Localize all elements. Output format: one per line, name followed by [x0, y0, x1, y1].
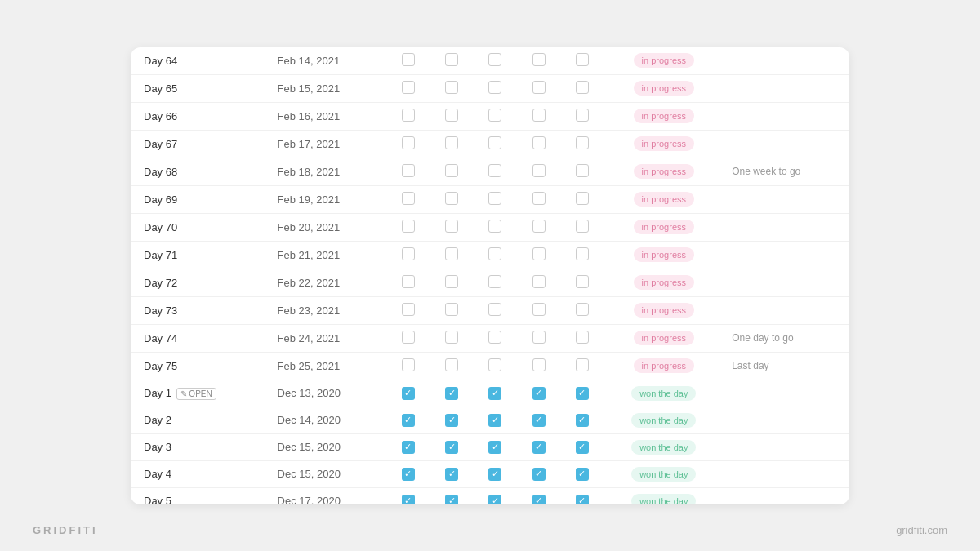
checkbox-empty[interactable] — [402, 53, 415, 66]
checkbox-cell-1[interactable] — [430, 213, 474, 241]
checkbox-cell-2[interactable] — [474, 102, 517, 130]
checkbox-empty[interactable] — [488, 136, 501, 149]
checkbox-empty[interactable] — [488, 358, 501, 371]
checkbox-cell-3[interactable]: ✓ — [517, 380, 560, 407]
checkbox-cell-4[interactable] — [560, 213, 604, 241]
checkbox-empty[interactable] — [488, 303, 501, 316]
checkbox-empty[interactable] — [488, 331, 501, 344]
checkbox-cell-3[interactable]: ✓ — [517, 460, 560, 487]
checkbox-empty[interactable] — [576, 81, 589, 94]
checkbox-empty[interactable] — [576, 275, 589, 288]
checkbox-empty[interactable] — [532, 192, 546, 205]
checkbox-cell-2[interactable]: ✓ — [474, 460, 517, 487]
checkbox-cell-2[interactable] — [474, 324, 517, 352]
checkbox-cell-1[interactable] — [430, 296, 474, 324]
checkbox-empty[interactable] — [402, 192, 415, 205]
checkbox-empty[interactable] — [445, 192, 458, 205]
checkbox-empty[interactable] — [488, 275, 501, 288]
checkbox-empty[interactable] — [402, 331, 415, 344]
checkbox-empty[interactable] — [532, 358, 546, 371]
checkbox-checked[interactable]: ✓ — [488, 441, 501, 454]
checkbox-empty[interactable] — [402, 247, 415, 260]
checkbox-checked[interactable]: ✓ — [488, 387, 501, 400]
checkbox-checked[interactable]: ✓ — [445, 495, 458, 504]
checkbox-cell-2[interactable] — [474, 47, 517, 75]
checkbox-cell-0[interactable]: ✓ — [386, 487, 430, 504]
checkbox-empty[interactable] — [488, 164, 501, 177]
checkbox-cell-4[interactable] — [560, 74, 604, 102]
checkbox-checked[interactable]: ✓ — [576, 414, 589, 427]
checkbox-empty[interactable] — [532, 53, 546, 66]
checkbox-cell-1[interactable] — [430, 324, 474, 352]
checkbox-empty[interactable] — [445, 109, 458, 122]
checkbox-checked[interactable]: ✓ — [445, 468, 458, 481]
checkbox-empty[interactable] — [402, 136, 415, 149]
checkbox-cell-1[interactable] — [430, 47, 474, 75]
checkbox-cell-2[interactable] — [474, 269, 517, 296]
checkbox-cell-4[interactable] — [560, 296, 604, 324]
checkbox-cell-1[interactable] — [430, 158, 474, 185]
checkbox-cell-0[interactable] — [386, 324, 430, 352]
checkbox-checked[interactable]: ✓ — [532, 441, 546, 454]
checkbox-empty[interactable] — [488, 247, 501, 260]
checkbox-cell-0[interactable] — [386, 158, 430, 185]
checkbox-checked[interactable]: ✓ — [576, 441, 589, 454]
checkbox-cell-0[interactable]: ✓ — [386, 407, 430, 433]
checkbox-cell-0[interactable] — [386, 213, 430, 241]
checkbox-cell-4[interactable] — [560, 185, 604, 213]
checkbox-empty[interactable] — [576, 303, 589, 316]
checkbox-cell-3[interactable] — [517, 47, 560, 75]
checkbox-empty[interactable] — [576, 192, 589, 205]
checkbox-checked[interactable]: ✓ — [488, 495, 501, 504]
checkbox-cell-4[interactable]: ✓ — [560, 460, 604, 487]
checkbox-checked[interactable]: ✓ — [402, 441, 415, 454]
checkbox-empty[interactable] — [488, 220, 501, 233]
checkbox-cell-2[interactable] — [474, 130, 517, 158]
checkbox-cell-0[interactable]: ✓ — [386, 380, 430, 407]
checkbox-cell-2[interactable]: ✓ — [474, 433, 517, 460]
checkbox-checked[interactable]: ✓ — [402, 387, 415, 400]
checkbox-empty[interactable] — [576, 109, 589, 122]
checkbox-cell-0[interactable] — [386, 185, 430, 213]
checkbox-empty[interactable] — [402, 164, 415, 177]
checkbox-cell-4[interactable] — [560, 269, 604, 296]
checkbox-cell-1[interactable] — [430, 74, 474, 102]
checkbox-checked[interactable]: ✓ — [445, 387, 458, 400]
checkbox-cell-2[interactable] — [474, 296, 517, 324]
checkbox-checked[interactable]: ✓ — [402, 414, 415, 427]
checkbox-cell-0[interactable]: ✓ — [386, 460, 430, 487]
checkbox-checked[interactable]: ✓ — [488, 414, 501, 427]
checkbox-empty[interactable] — [532, 81, 546, 94]
checkbox-empty[interactable] — [445, 331, 458, 344]
checkbox-cell-3[interactable]: ✓ — [517, 487, 560, 504]
checkbox-cell-2[interactable] — [474, 74, 517, 102]
checkbox-cell-4[interactable] — [560, 102, 604, 130]
checkbox-empty[interactable] — [488, 81, 501, 94]
checkbox-cell-1[interactable]: ✓ — [430, 487, 474, 504]
checkbox-checked[interactable]: ✓ — [445, 441, 458, 454]
checkbox-cell-4[interactable] — [560, 352, 604, 380]
checkbox-empty[interactable] — [532, 136, 546, 149]
checkbox-cell-3[interactable] — [517, 102, 560, 130]
checkbox-empty[interactable] — [576, 220, 589, 233]
checkbox-cell-2[interactable]: ✓ — [474, 487, 517, 504]
checkbox-empty[interactable] — [402, 303, 415, 316]
checkbox-empty[interactable] — [532, 247, 546, 260]
checkbox-cell-4[interactable]: ✓ — [560, 380, 604, 407]
checkbox-cell-1[interactable] — [430, 130, 474, 158]
checkbox-empty[interactable] — [445, 53, 458, 66]
checkbox-empty[interactable] — [576, 136, 589, 149]
checkbox-checked[interactable]: ✓ — [532, 387, 546, 400]
checkbox-cell-2[interactable] — [474, 185, 517, 213]
checkbox-cell-2[interactable] — [474, 213, 517, 241]
checkbox-cell-3[interactable] — [517, 269, 560, 296]
checkbox-empty[interactable] — [576, 331, 589, 344]
checkbox-cell-3[interactable] — [517, 296, 560, 324]
checkbox-cell-3[interactable]: ✓ — [517, 433, 560, 460]
checkbox-cell-2[interactable] — [474, 352, 517, 380]
checkbox-checked[interactable]: ✓ — [576, 468, 589, 481]
checkbox-cell-3[interactable] — [517, 185, 560, 213]
checkbox-empty[interactable] — [576, 53, 589, 66]
checkbox-cell-2[interactable] — [474, 158, 517, 185]
checkbox-cell-3[interactable] — [517, 130, 560, 158]
